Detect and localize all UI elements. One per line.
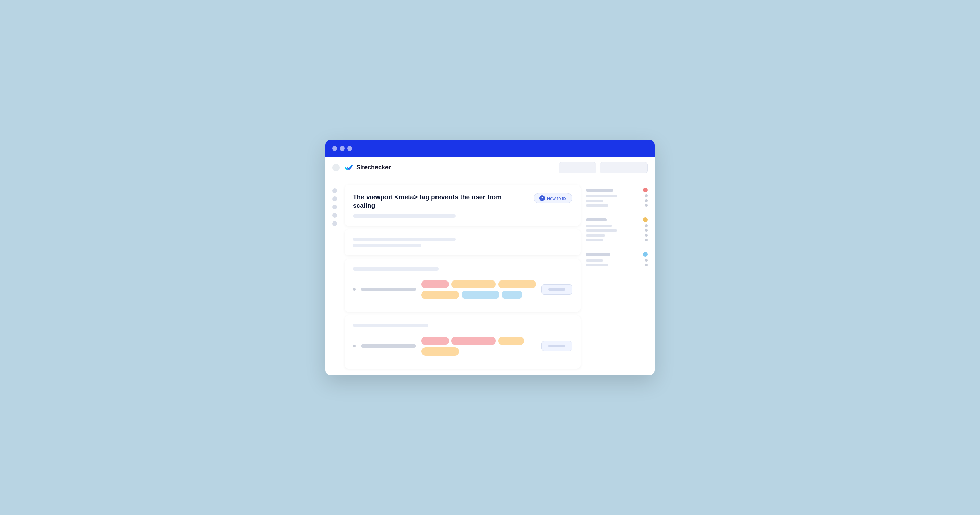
sr-sub-row-8 — [586, 259, 648, 262]
tag-orange-lg — [451, 280, 496, 288]
action-button-2[interactable] — [541, 341, 572, 351]
sr-sub-row-9 — [586, 264, 648, 266]
sr-mini-bar-5 — [586, 229, 617, 232]
sr-mini-dot-6 — [645, 234, 648, 237]
sr-mini-dot-3 — [645, 204, 648, 207]
table-row-2 — [353, 332, 572, 360]
row-indicator-2 — [353, 345, 356, 347]
issue-header: The viewport <meta> tag prevents the use… — [353, 193, 572, 210]
tag2-orange-md — [422, 347, 459, 356]
nav-button-2[interactable] — [600, 162, 648, 173]
sr-row-main-1 — [586, 188, 648, 192]
main-layout: The viewport <meta> tag prevents the use… — [325, 178, 655, 375]
sr-mini-dot-2 — [645, 199, 648, 202]
sr-mini-bar-6 — [586, 234, 605, 237]
sr-group-3 — [586, 252, 648, 269]
sr-group-1 — [586, 188, 648, 209]
sidebar-dot-1 — [332, 188, 337, 193]
row-card-header-bar — [353, 267, 439, 270]
nav-buttons — [558, 162, 648, 173]
tag-orange-md-1 — [498, 280, 536, 288]
sr-mini-dot-5 — [645, 229, 648, 232]
action-button-1[interactable] — [541, 284, 572, 294]
sr-sub-row-1 — [586, 194, 648, 197]
sr-mini-dot-9 — [645, 264, 648, 266]
action-btn-inner — [548, 288, 565, 291]
sr-sub-row-7 — [586, 238, 648, 242]
nav-back-circle — [332, 164, 340, 172]
sidebar-dot-5 — [332, 221, 337, 226]
placeholder-bar-2 — [353, 244, 422, 247]
placeholder-bar-1 — [353, 238, 456, 241]
sr-mini-bar-2 — [586, 200, 603, 202]
sr-dot-red — [643, 188, 648, 192]
sr-row-main-3 — [586, 252, 648, 257]
logo-area: Sitechecker — [344, 164, 554, 172]
browser-window: Sitechecker The viewport <meta> tag prev… — [325, 140, 655, 375]
logo-icon — [344, 164, 353, 172]
sr-sub-row-4 — [586, 224, 648, 227]
action-btn-inner-2 — [548, 345, 565, 347]
how-to-fix-icon: ? — [539, 196, 545, 201]
tag-blue-sm — [502, 291, 522, 299]
sr-mini-dot-4 — [645, 224, 648, 227]
tag2-orange-sm — [498, 337, 524, 345]
how-to-fix-button[interactable]: ? How to fix — [533, 193, 572, 203]
browser-navbar: Sitechecker — [325, 157, 655, 178]
issue-title: The viewport <meta> tag prevents the use… — [353, 193, 524, 210]
sr-mini-bar-9 — [586, 264, 608, 266]
sr-divider-2 — [586, 248, 648, 248]
sidebar-dot-3 — [332, 205, 337, 210]
sidebar-dot-4 — [332, 213, 337, 218]
sr-mini-bar-3 — [586, 204, 608, 207]
tag2-pink-sm — [422, 337, 449, 345]
tag-pink-sm — [422, 280, 449, 288]
row-label — [361, 288, 416, 291]
logo-text: Sitechecker — [356, 164, 391, 171]
tags-area-2 — [422, 337, 536, 356]
tag-orange-md-2 — [422, 291, 459, 299]
sr-group-2 — [586, 218, 648, 243]
sr-mini-bar-4 — [586, 224, 612, 227]
tags-area-1 — [422, 280, 536, 299]
sidebar-dot-2 — [332, 197, 337, 201]
sr-dot-orange — [643, 218, 648, 222]
sr-main-bar-2 — [586, 218, 606, 221]
sr-dot-blue — [643, 252, 648, 257]
tag-blue-md — [461, 291, 499, 299]
sr-sub-row-3 — [586, 204, 648, 207]
row-label-2 — [361, 344, 416, 348]
issue-card: The viewport <meta> tag prevents the use… — [345, 185, 581, 226]
browser-titlebar — [325, 140, 655, 157]
data-row-card-2 — [345, 315, 581, 369]
sr-mini-dot-8 — [645, 259, 648, 262]
issue-subtitle-bar — [353, 214, 456, 218]
sr-sub-row-5 — [586, 229, 648, 232]
sr-sub-row-2 — [586, 199, 648, 202]
sr-mini-bar-7 — [586, 239, 603, 242]
sr-sub-row-6 — [586, 234, 648, 237]
data-row-card-1 — [345, 259, 581, 312]
sidebar-left — [332, 185, 339, 368]
main-panel: The viewport <meta> tag prevents the use… — [345, 185, 581, 368]
sr-main-bar-1 — [586, 189, 613, 192]
sr-mini-dot-7 — [645, 238, 648, 242]
sr-main-bar-3 — [586, 253, 610, 256]
window-dot-2 — [340, 146, 345, 151]
window-dot-1 — [332, 146, 337, 151]
how-to-fix-label: How to fix — [547, 196, 566, 201]
sr-divider-1 — [586, 213, 648, 213]
sidebar-right — [586, 185, 648, 368]
table-row — [353, 275, 572, 304]
sr-mini-bar-8 — [586, 259, 603, 262]
placeholder-card — [345, 229, 581, 256]
window-dot-3 — [347, 146, 352, 151]
tag2-pink-lg — [451, 337, 496, 345]
sr-mini-dot-1 — [645, 194, 648, 197]
row-card-2-header-bar — [353, 324, 428, 327]
sr-mini-bar-1 — [586, 195, 617, 197]
sr-row-main-2 — [586, 218, 648, 222]
nav-button-1[interactable] — [558, 162, 596, 173]
row-indicator — [353, 288, 356, 291]
